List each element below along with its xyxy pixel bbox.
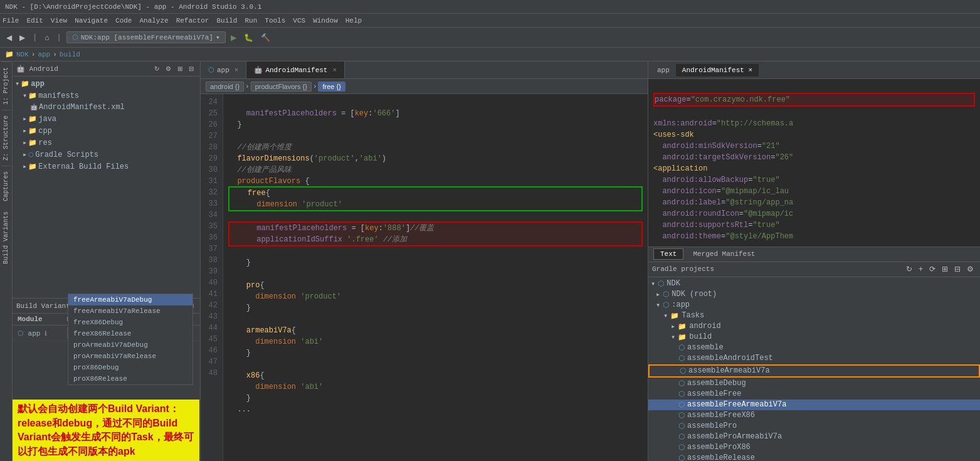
tree-item-manifests[interactable]: ▾ 📁 manifests <box>13 90 200 102</box>
expand-button[interactable]: ⊞ <box>175 64 185 73</box>
tree-item-app[interactable]: ▾ 📁 app <box>13 78 200 90</box>
gradle-refresh-btn[interactable]: ↻ <box>904 263 915 275</box>
breadcrumb-sep2: › <box>313 83 317 90</box>
gradle-item-android[interactable]: ▸ 📁 android <box>648 321 980 332</box>
gradle-item-assembleFreeArmeabiV7a[interactable]: ⬡ assembleFreeArmeabiV7a <box>648 400 980 410</box>
gradle-item-assembleFree[interactable]: ⬡ assembleFree <box>648 389 980 400</box>
forward-button[interactable]: ▶ <box>17 32 28 43</box>
menu-tools[interactable]: Tools <box>265 17 285 24</box>
gradle-item-assemble[interactable]: ⬡ assemble <box>648 342 980 353</box>
settings-button[interactable]: ⚙ <box>163 64 174 73</box>
dropdown-item-freeArmeabiV7aDebug[interactable]: freeArmeabiV7aDebug <box>68 294 192 305</box>
gradle-item-assembleAndroidTest[interactable]: ⬡ assembleAndroidTest <box>648 353 980 364</box>
gradle-settings-btn[interactable]: ⚙ <box>964 263 976 275</box>
dropdown-item-freeX86Release[interactable]: freeX86Release <box>68 328 192 339</box>
menu-analyze[interactable]: Analyze <box>139 17 168 24</box>
gradle-item-assembleRelease[interactable]: ⬡ assembleRelease <box>648 453 980 462</box>
gradle-expand-btn[interactable]: ⊞ <box>939 263 951 275</box>
manifest-app-tab[interactable]: app <box>651 64 676 77</box>
dropdown-item-proX86Debug[interactable]: proX86Debug <box>68 362 192 373</box>
app-label: app <box>31 80 45 88</box>
tree-item-cpp[interactable]: ▸ 📁 cpp <box>13 125 200 137</box>
gradle-item-assemblePro[interactable]: ⬡ assemblePro <box>648 421 980 432</box>
menu-run[interactable]: Run <box>245 17 257 24</box>
menu-code[interactable]: Code <box>115 17 132 24</box>
close-tab-icon[interactable]: × <box>234 66 239 74</box>
gradle-item-app-proj[interactable]: ▾ ⬡ :app <box>648 300 980 310</box>
gradle-item-assembleProX86[interactable]: ⬡ assembleProX86 <box>648 442 980 453</box>
tab-android-manifest[interactable]: 🤖 AndroidManifest × <box>246 61 345 78</box>
task-icon: ⬡ <box>678 453 685 462</box>
run-config-dropdown[interactable]: ⬡ NDK:app [assembleFreeArmeabiV7a] ▾ <box>66 31 226 43</box>
menu-help[interactable]: Help <box>345 17 362 24</box>
gradle-collapse-btn[interactable]: ⊟ <box>952 263 963 275</box>
breadcrumb-ndk[interactable]: NDK <box>16 51 29 58</box>
code-content[interactable]: manifestPlaceholders = [key:'666'] } //创… <box>223 94 648 461</box>
dropdown-item-proArmeabiV7aRelease[interactable]: proArmeabiV7aRelease <box>68 351 192 362</box>
side-tab-captures[interactable]: Captures <box>1 166 11 206</box>
collapse-button[interactable]: ⊟ <box>186 64 196 73</box>
tree-item-gradle[interactable]: ▸ ⬡ Gradle Scripts <box>13 149 200 161</box>
gradle-item-assembleFreeX86[interactable]: ⬡ assembleFreeX86 <box>648 410 980 421</box>
product-flavors-breadcrumb-btn[interactable]: productFlavors {} <box>251 82 312 92</box>
build-folder-icon: 📁 <box>678 333 687 341</box>
gradle-item-assembleProArmeabiV7a[interactable]: ⬡ assembleProArmeabiV7a <box>648 432 980 442</box>
dropdown-item-freeX86Debug[interactable]: freeX86Debug <box>68 317 192 328</box>
breadcrumb-build[interactable]: build <box>60 51 80 58</box>
menu-build[interactable]: Build <box>216 17 237 24</box>
android-breadcrumb-btn[interactable]: android {} <box>206 82 244 92</box>
home-button[interactable]: ⌂ <box>42 32 51 43</box>
chevron-down-icon: ▾ <box>656 300 660 310</box>
gradle-item-ndk-root[interactable]: ▾ ⬡ NDK <box>648 278 980 289</box>
assembleFree-label: assembleFree <box>687 389 741 398</box>
breadcrumb-app[interactable]: app <box>38 51 50 58</box>
build-variants-panel: Build Variants ⚙ ⊞ Module Build Variant <box>13 298 200 461</box>
manifest-androidmanifest-tab[interactable]: AndroidManifest × <box>676 64 759 77</box>
menu-view[interactable]: View <box>51 17 67 24</box>
line-numbers: 24 25 26 27 28 29 30 31 32 33 34 35 36 3… <box>201 94 223 461</box>
gradle-item-assembleArmeabiV7a[interactable]: ⬡ assembleArmeabiV7a <box>648 364 980 378</box>
gradle-item-tasks[interactable]: ▾ 📁 Tasks <box>648 310 980 321</box>
chevron-right-icon: ▸ <box>23 138 27 147</box>
dropdown-item-proX86Release[interactable]: proX86Release <box>68 373 192 384</box>
free-breadcrumb-btn[interactable]: free {} <box>318 82 345 92</box>
dropdown-item-proArmeabiV7aDebug[interactable]: proArmeabiV7aDebug <box>68 339 192 351</box>
tree-item-java[interactable]: ▸ 📁 java <box>13 113 200 125</box>
gradle-item-build-folder[interactable]: ▾ 📁 build <box>648 332 980 342</box>
side-tab-structure[interactable]: Z: Structure <box>1 110 11 166</box>
gradle-item-assembleDebug[interactable]: ⬡ assembleDebug <box>648 378 980 389</box>
menu-vcs[interactable]: VCS <box>293 17 305 24</box>
tasks-folder-icon: 📁 <box>670 312 679 320</box>
gradle-add-btn[interactable]: + <box>916 263 925 275</box>
debug-button[interactable]: 🐛 <box>241 32 256 43</box>
menu-navigate[interactable]: Navigate <box>75 17 108 24</box>
gradle-folder-icon: ⬡ <box>28 151 34 159</box>
side-tab-build-variants[interactable]: Build Variants <box>1 206 11 269</box>
variant-dropdown[interactable]: freeArmeabiV7aDebug freeArmeabiV7aReleas… <box>68 294 193 385</box>
back-button[interactable]: ◀ <box>4 32 14 43</box>
gradle-sync-btn[interactable]: ⟳ <box>927 263 938 275</box>
java-label: java <box>38 115 56 124</box>
run-button[interactable]: ▶ <box>228 32 239 43</box>
merged-manifest-tab[interactable]: Merged Manifest <box>686 248 762 260</box>
build-button[interactable]: 🔨 <box>258 32 273 43</box>
menu-refactor[interactable]: Refactor <box>176 17 209 24</box>
side-tab-project[interactable]: 1: Project <box>1 61 11 110</box>
menu-window[interactable]: Window <box>313 17 338 24</box>
tree-item-res[interactable]: ▸ 📁 res <box>13 137 200 149</box>
menu-edit[interactable]: Edit <box>26 17 43 24</box>
close-manifest-tab-icon[interactable]: × <box>332 66 337 74</box>
chevron-right-icon: ▸ <box>23 162 27 171</box>
tab-app-gradle[interactable]: ⬡ app × <box>201 61 246 78</box>
text-tab[interactable]: Text <box>653 248 683 260</box>
gradle-tab-icon: ⬡ <box>208 66 214 74</box>
menu-file[interactable]: File <box>3 17 19 24</box>
sync-button[interactable]: ↻ <box>152 64 162 73</box>
gradle-item-ndk-root-proj[interactable]: ▸ ⬡ NDK (root) <box>648 289 980 300</box>
dropdown-item-freeArmeabiV7aRelease[interactable]: freeArmeabiV7aRelease <box>68 305 192 317</box>
assembleFreeArmeabiV7a-label: assembleFreeArmeabiV7a <box>687 400 786 409</box>
tree-item-external-build[interactable]: ▸ 📁 External Build Files <box>13 161 200 172</box>
assembleRelease-label: assembleRelease <box>687 453 755 461</box>
gradle-header-actions: ↻ + ⟳ ⊞ ⊟ ⚙ <box>904 263 976 275</box>
tree-item-manifest-xml[interactable]: 🤖 AndroidManifest.xml <box>13 102 200 113</box>
